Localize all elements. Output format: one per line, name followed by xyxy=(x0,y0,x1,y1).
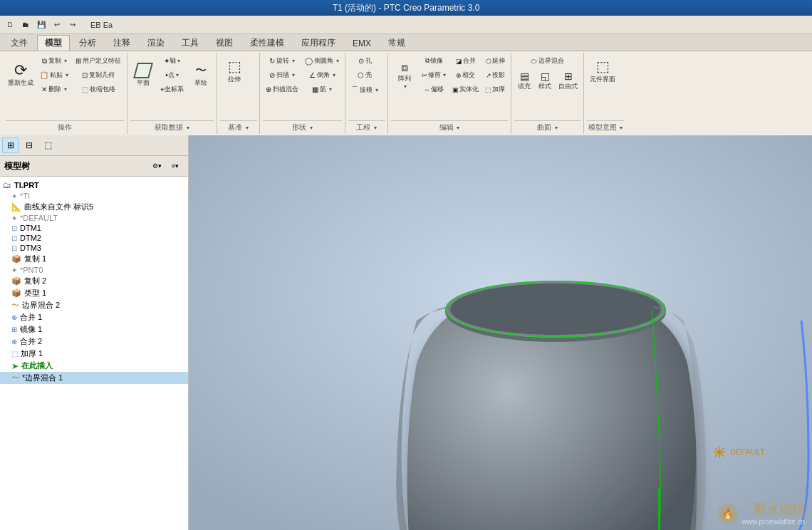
default-label: DEFAULT xyxy=(730,447,765,456)
tree-item-boundary1[interactable]: 〜 *边界混合 1 xyxy=(0,372,188,384)
tree-item-pnt0[interactable]: ✦ *PNT0 xyxy=(0,265,188,275)
btn-round[interactable]: ◯倒圆角▾ xyxy=(302,54,342,68)
group-model-intent: ⬚ 元件界面 模型意图 ▾ xyxy=(584,53,627,134)
btn-project[interactable]: ↗投影 xyxy=(482,68,508,82)
tree-item-default[interactable]: ✦ *DEFAULT xyxy=(0,213,188,223)
btn-style[interactable]: ◱ 样式 xyxy=(535,68,555,93)
btn-plane[interactable]: 平面 xyxy=(130,54,156,96)
app-label: EB Ea xyxy=(88,21,115,29)
tree-item-mirror1[interactable]: ⊞ 镜像 1 xyxy=(0,323,188,336)
btn-copy-geom[interactable]: ⊡复制几何 xyxy=(73,68,124,82)
quick-access-toolbar: 🗋 🖿 💾 ↩ ↪ EB Ea xyxy=(0,16,812,34)
model-tree-title: 模型树 xyxy=(4,160,30,172)
group-engineering-label: 工程 ▾ xyxy=(348,120,385,132)
group-surface-label: 曲面 ▾ xyxy=(514,120,581,132)
tree-item-merge1[interactable]: ⊕ 合并 1 xyxy=(0,311,188,323)
group-engineering-buttons: ⊙孔 ⬡壳 ⌒拔模▾ xyxy=(348,54,385,120)
tab-annotation[interactable]: 注释 xyxy=(105,35,138,51)
btn-paste[interactable]: 📋粘贴▾ xyxy=(37,68,71,82)
tree-item-type1[interactable]: 📦 类型 1 xyxy=(0,287,188,299)
main-area: ⊞ ⊟ ⬚ 模型树 ⚙▾ ≡▾ 🗂 TI.PRT ✦ *TI 📐 曲线来自文件 … xyxy=(0,135,812,530)
tree-item-tiprt[interactable]: 🗂 TI.PRT xyxy=(0,180,188,191)
group-datum-label: 基准 ▾ xyxy=(220,120,256,132)
btn-copy[interactable]: ⧉复制▾ xyxy=(37,54,71,68)
group-shape-buttons: ↻旋转▾ ⊘扫描▾ ⊕扫描混合 ◯倒圆角▾ xyxy=(263,54,342,120)
tab-common[interactable]: 常规 xyxy=(380,35,413,51)
tab-apps[interactable]: 应用程序 xyxy=(293,35,343,51)
btn-axis[interactable]: ✦轴▾ xyxy=(157,54,187,68)
btn-regenerate[interactable]: ⟳ 重新生成 xyxy=(6,54,36,96)
redo-btn[interactable]: ↪ xyxy=(66,19,80,31)
watermark-url: www.proewildfire.cn xyxy=(742,518,805,526)
tree-expand-btn[interactable]: ≡▾ xyxy=(167,158,184,174)
group-shape-label: 形状 ▾ xyxy=(263,120,342,132)
group-getdata: 平面 ✦轴▾ •点▾ ⌖坐标系 〜 xyxy=(127,53,217,134)
viewport[interactable]: 🔍 ⊕ ⊖ ⬜ ◱ 📷 ✂ ↺ ⬡ ⊡ xyxy=(189,135,812,530)
save-btn[interactable]: 💾 xyxy=(34,19,48,31)
tree-header-buttons: ⚙▾ ≡▾ xyxy=(148,158,184,174)
btn-hole[interactable]: ⊙孔 xyxy=(348,54,381,68)
ribbon-tabs: 文件 模型 分析 注释 渲染 工具 视图 柔性建模 应用程序 EMX 常规 xyxy=(0,34,812,51)
tree-item-boundary2[interactable]: 〜 边界混合 2 xyxy=(0,299,188,311)
btn-trim[interactable]: ✂修剪▾ xyxy=(419,68,449,82)
tab-flexible[interactable]: 柔性建模 xyxy=(242,35,292,51)
tree-item-dtm1[interactable]: ⊡ DTM1 xyxy=(0,223,188,233)
panel-icon-tree[interactable]: ⊞ xyxy=(2,137,19,153)
btn-intersect[interactable]: ⊕相交 xyxy=(449,68,482,82)
tab-model[interactable]: 模型 xyxy=(37,35,70,51)
tree-item-dtm2[interactable]: ⊡ DTM2 xyxy=(0,233,188,243)
tab-render[interactable]: 渲染 xyxy=(140,35,172,51)
tree-item-dtm3[interactable]: ⊡ DTM3 xyxy=(0,243,188,253)
tab-emx[interactable]: EMX xyxy=(345,35,379,51)
tab-view[interactable]: 视图 xyxy=(208,35,241,51)
btn-offset[interactable]: ↔偏移 xyxy=(419,83,449,96)
panel-icon-layers[interactable]: ⊟ xyxy=(21,137,38,153)
undo-btn[interactable]: ↩ xyxy=(50,19,64,31)
group-surface-buttons: ⬭边界混合 ▤ 填充 ◱ 样式 ⊞ 自由式 xyxy=(514,54,581,120)
tree-item-insert-here[interactable]: ➤ 在此插入 xyxy=(0,360,188,372)
btn-freestyle[interactable]: ⊞ 自由式 xyxy=(556,68,581,93)
group-operations-buttons: ⟳ 重新生成 ⧉复制▾ 📋粘贴▾ ✕删除▾ xyxy=(6,54,124,120)
btn-chamfer[interactable]: ∠倒角▾ xyxy=(302,68,342,82)
tab-tools[interactable]: 工具 xyxy=(174,35,207,51)
btn-user-feature[interactable]: ⊞用户定义特征 xyxy=(73,54,124,68)
btn-thicken[interactable]: ⬚加厚 xyxy=(482,83,508,96)
btn-solidify[interactable]: ▣实体化 xyxy=(449,83,482,96)
btn-blend-sweep[interactable]: ⊕扫描混合 xyxy=(263,83,301,96)
model-tree: 🗂 TI.PRT ✦ *TI 📐 曲线来自文件 标识5 ✦ *DEFAULT ⊡… xyxy=(0,177,188,530)
panel-icon-properties[interactable]: ⬚ xyxy=(39,137,56,153)
btn-merge[interactable]: ◪合并 xyxy=(449,54,482,68)
group-getdata-label: 获取数据 ▾ xyxy=(130,120,214,132)
btn-extrude[interactable]: ⬚ 拉伸 xyxy=(220,54,249,88)
btn-sweep[interactable]: ⊘扫描▾ xyxy=(263,68,301,82)
btn-pattern[interactable]: ⧈ 阵列 ▾ xyxy=(391,54,418,96)
btn-sketch[interactable]: 〜 草绘 xyxy=(188,54,214,96)
tree-item-ti[interactable]: ✦ *TI xyxy=(0,191,188,201)
btn-rib[interactable]: ▦筋▾ xyxy=(302,83,342,96)
tree-item-curve[interactable]: 📐 曲线来自文件 标识5 xyxy=(0,201,188,213)
btn-extend[interactable]: ⬡延伸 xyxy=(482,54,508,68)
tree-item-merge2[interactable]: ⊕ 合并 2 xyxy=(0,336,188,348)
btn-shell[interactable]: ⬡壳 xyxy=(348,68,381,82)
btn-mirror[interactable]: ⧉镜像 xyxy=(419,54,449,68)
svg-point-7 xyxy=(450,284,661,335)
tab-analysis[interactable]: 分析 xyxy=(71,35,104,51)
btn-draft[interactable]: ⌒拔模▾ xyxy=(348,83,381,97)
btn-revolve[interactable]: ↻旋转▾ xyxy=(263,54,301,68)
tab-file[interactable]: 文件 xyxy=(3,35,36,51)
group-operations: ⟳ 重新生成 ⧉复制▾ 📋粘贴▾ ✕删除▾ xyxy=(3,53,127,134)
new-file-btn[interactable]: 🗋 xyxy=(3,19,17,31)
btn-delete[interactable]: ✕删除▾ xyxy=(37,83,71,96)
tree-item-copy2[interactable]: 📦 复制 2 xyxy=(0,275,188,287)
btn-fill[interactable]: ▤ 填充 xyxy=(514,68,534,93)
btn-csys[interactable]: ⌖坐标系 xyxy=(157,83,187,96)
tree-item-thicken1[interactable]: ⬚ 加厚 1 xyxy=(0,348,188,360)
btn-shrinkwrap[interactable]: ⬚收缩包络 xyxy=(73,83,124,96)
btn-boundary-blend[interactable]: ⬭边界混合 xyxy=(514,54,581,68)
btn-point[interactable]: •点▾ xyxy=(157,68,187,82)
tree-item-copy1[interactable]: 📦 复制 1 xyxy=(0,253,188,265)
tree-settings-btn[interactable]: ⚙▾ xyxy=(148,158,165,174)
open-file-btn[interactable]: 🖿 xyxy=(19,19,33,31)
group-getdata-buttons: 平面 ✦轴▾ •点▾ ⌖坐标系 〜 xyxy=(130,54,214,120)
btn-component-interface[interactable]: ⬚ 元件界面 xyxy=(587,54,618,88)
